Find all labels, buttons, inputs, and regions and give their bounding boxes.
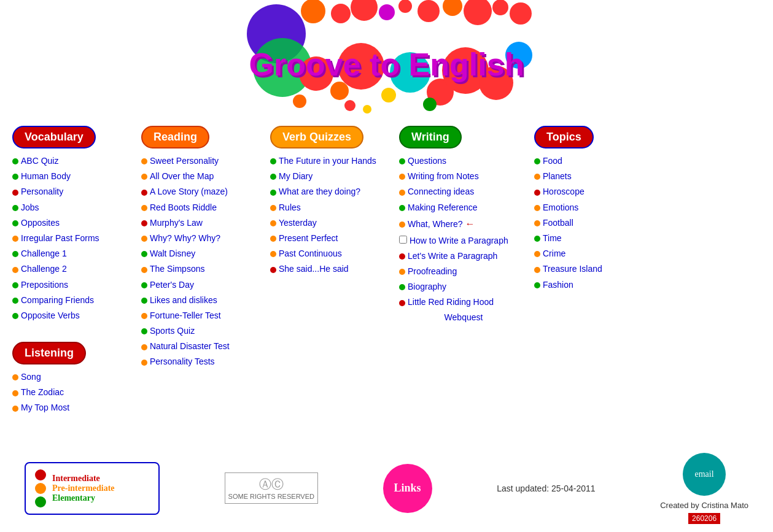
item-text: Making Reference <box>408 202 478 212</box>
list-item[interactable]: Human Body <box>12 169 135 184</box>
writing-label[interactable]: Writing <box>399 126 462 148</box>
list-item[interactable]: Proofreading <box>399 264 528 279</box>
item-text: Opposites <box>21 218 60 228</box>
list-item[interactable]: Writing from Notes <box>399 169 528 184</box>
item-text: Jobs <box>21 202 39 212</box>
list-item[interactable]: Let's Write a Paragraph <box>399 249 528 264</box>
last-updated: Last updated: 25-04-2011 <box>497 484 595 493</box>
list-item[interactable]: Comparing Friends <box>12 293 135 308</box>
list-item[interactable]: Walt Disney <box>141 246 264 261</box>
list-item[interactable]: Opposites <box>12 215 135 231</box>
item-text: Likes and dislikes <box>150 295 217 305</box>
list-item[interactable]: Why? Why? Why? <box>141 231 264 246</box>
list-item[interactable]: How to Write a Paragraph <box>399 233 528 249</box>
item-text: Let's Write a Paragraph <box>408 251 497 261</box>
list-item[interactable]: Rules <box>270 200 393 215</box>
vocabulary-label[interactable]: Vocabulary <box>12 126 96 148</box>
list-item[interactable]: Sweet Personality <box>141 153 264 169</box>
list-item[interactable]: Emotions <box>534 200 632 215</box>
list-item[interactable]: Red Boots Riddle <box>141 200 264 215</box>
list-item[interactable]: Likes and dislikes <box>141 293 264 308</box>
list-item[interactable]: Yesterday <box>270 215 393 231</box>
list-item[interactable]: Past Continuous <box>270 246 393 261</box>
item-text: Fashion <box>543 280 573 290</box>
list-item[interactable]: Football <box>534 215 632 231</box>
list-item[interactable]: Personality <box>12 184 135 199</box>
main-content: Vocabulary ABC QuizHuman BodyPersonality… <box>0 117 773 416</box>
listening-section: Listening SongThe ZodiacMy Top Most <box>12 342 135 416</box>
list-item[interactable]: Connecting ideas <box>399 184 528 199</box>
verb-quizzes-label[interactable]: Verb Quizzes <box>270 126 363 148</box>
list-item[interactable]: Food <box>534 153 632 169</box>
item-text: Writing from Notes <box>408 171 479 181</box>
item-text: Emotions <box>543 202 578 212</box>
arrow-icon: ← <box>465 218 475 229</box>
list-item[interactable]: Jobs <box>12 200 135 215</box>
list-item[interactable]: A Love Story (maze) <box>141 184 264 199</box>
item-text: Peter's Day <box>150 280 194 290</box>
verb-quizzes-list: The Future in your HandsMy DiaryWhat are… <box>270 153 393 277</box>
list-item[interactable]: She said...He said <box>270 261 393 277</box>
list-item[interactable]: Murphy's Law <box>141 215 264 231</box>
list-item[interactable]: Biography <box>399 279 528 295</box>
list-item[interactable]: Prepositions <box>12 277 135 293</box>
list-item[interactable]: Present Perfect <box>270 231 393 246</box>
list-item[interactable]: Song <box>12 369 135 385</box>
item-text: Personality <box>21 187 63 196</box>
list-item[interactable]: Opposite Verbs <box>12 308 135 323</box>
item-text: All Over the Map <box>150 171 214 181</box>
list-item[interactable]: My Diary <box>270 169 393 184</box>
list-item[interactable]: My Top Most <box>12 400 135 415</box>
list-item[interactable]: The Future in your Hands <box>270 153 393 169</box>
item-text: Crime <box>543 249 565 258</box>
dot-icon <box>12 158 18 164</box>
dot-icon <box>12 406 18 412</box>
dot-icon <box>12 205 18 211</box>
list-item[interactable]: Irregular Past Forms <box>12 231 135 246</box>
list-item[interactable]: The Simpsons <box>141 261 264 277</box>
dot-icon <box>141 205 147 211</box>
checkbox[interactable] <box>399 236 407 244</box>
list-item[interactable]: All Over the Map <box>141 169 264 184</box>
list-item[interactable]: Peter's Day <box>141 277 264 293</box>
email-button[interactable]: email <box>683 453 726 496</box>
cc-icon: ⒶⒸ <box>228 476 314 493</box>
item-text: How to Write a Paragraph <box>410 236 508 245</box>
list-item[interactable]: Webquest <box>399 310 528 325</box>
list-item[interactable]: Natural Disaster Test <box>141 339 264 354</box>
list-item[interactable]: What, Where? ← <box>399 215 528 233</box>
item-text: Sweet Personality <box>150 156 219 166</box>
list-item[interactable]: Fortune-Teller Test <box>141 308 264 323</box>
list-item[interactable]: Sports Quiz <box>141 323 264 339</box>
list-item[interactable]: Crime <box>534 246 632 261</box>
list-item[interactable]: What are they doing? <box>270 184 393 199</box>
list-item[interactable]: Personality Tests <box>141 354 264 369</box>
list-item[interactable]: Planets <box>534 169 632 184</box>
item-text: A Love Story (maze) <box>150 187 228 196</box>
list-item[interactable]: Making Reference <box>399 200 528 215</box>
created-by: Created by Cristina Mato <box>660 501 748 510</box>
dot-icon <box>141 220 147 226</box>
dot-icon <box>141 298 147 304</box>
list-item[interactable]: Challenge 2 <box>12 261 135 277</box>
list-item[interactable]: Time <box>534 231 632 246</box>
list-item[interactable]: Challenge 1 <box>12 246 135 261</box>
dot-icon <box>141 190 147 196</box>
intermediate-label: Intermediate <box>52 474 115 484</box>
list-item[interactable]: Questions <box>399 153 528 169</box>
footer-right: email Created by Cristina Mato 260206 <box>660 453 748 524</box>
listening-label[interactable]: Listening <box>12 342 86 364</box>
reading-label[interactable]: Reading <box>141 126 209 148</box>
dot-icon <box>141 251 147 257</box>
links-button[interactable]: Links <box>383 464 432 513</box>
list-item[interactable]: Treasure Island <box>534 261 632 277</box>
list-item[interactable]: Horoscope <box>534 184 632 199</box>
list-item[interactable]: The Zodiac <box>12 385 135 400</box>
topics-label[interactable]: Topics <box>534 126 594 148</box>
list-item[interactable]: ABC Quiz <box>12 153 135 169</box>
list-item[interactable]: Little Red Riding Hood <box>399 295 528 310</box>
list-item[interactable]: Fashion <box>534 277 632 293</box>
writing-column: Writing QuestionsWriting from NotesConne… <box>399 117 528 416</box>
dot-icon <box>12 190 18 196</box>
level-labels: Intermediate Pre-intermediate Elementary <box>52 474 115 503</box>
